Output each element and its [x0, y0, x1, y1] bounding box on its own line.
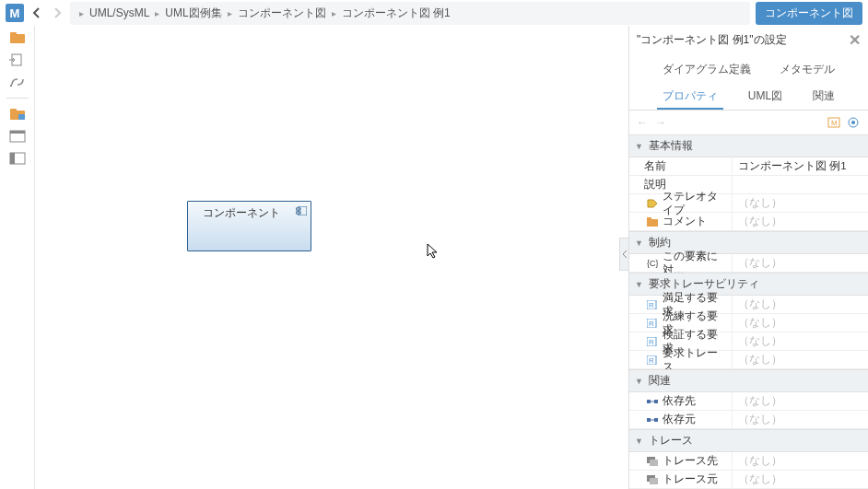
- tool-panel-icon[interactable]: [9, 130, 26, 143]
- prop-row-reqtrace[interactable]: R要求トレース （なし）: [629, 351, 868, 369]
- constraint-icon: {C}: [646, 258, 659, 269]
- tool-panel-alt-icon[interactable]: [9, 152, 26, 165]
- prop-value[interactable]: コンポーネント図 例1: [733, 157, 868, 175]
- chevron-right-icon: ▸: [155, 8, 159, 18]
- folder-icon: [646, 216, 659, 227]
- prop-row-comment[interactable]: コメント （なし）: [629, 213, 868, 231]
- prop-value[interactable]: （なし）: [733, 351, 868, 368]
- collapse-icon: ▼: [635, 239, 643, 248]
- prop-value[interactable]: （なし）: [733, 392, 868, 410]
- tool-import-icon[interactable]: [9, 53, 26, 66]
- component-icon: [296, 205, 307, 215]
- svg-rect-29: [654, 400, 658, 403]
- tool-link-icon[interactable]: [9, 76, 26, 88]
- svg-rect-1: [10, 32, 17, 36]
- tab-property[interactable]: プロパティ: [657, 85, 723, 110]
- panel-nav: ← → M: [629, 111, 868, 134]
- prop-value[interactable]: （なし）: [733, 296, 868, 313]
- breadcrumb-item[interactable]: コンポーネント図: [238, 6, 326, 21]
- section-trace-label: トレース: [649, 433, 693, 448]
- forward-button[interactable]: [50, 6, 65, 20]
- prop-label: 依存先: [629, 392, 733, 410]
- section-relation-label: 関連: [649, 373, 671, 389]
- chevron-right-icon: ▸: [228, 8, 232, 18]
- chevron-right-icon: ▸: [332, 8, 336, 18]
- target-icon[interactable]: [848, 117, 861, 128]
- breadcrumb-item[interactable]: コンポーネント図 例1: [342, 6, 451, 21]
- prop-row-trace-to[interactable]: トレース先 （なし）: [629, 452, 868, 471]
- section-trace[interactable]: ▼トレース: [629, 429, 868, 452]
- prop-row-constraint-elem[interactable]: {C}この要素に対… （なし）: [629, 254, 868, 273]
- svg-text:{C}: {C}: [647, 259, 658, 268]
- svg-text:M: M: [831, 119, 838, 127]
- app-logo[interactable]: M: [6, 4, 24, 22]
- dep-icon: [646, 396, 659, 407]
- topbar: M ▸ UML/SysML ▸ UML図例集 ▸ コンポーネント図 ▸ コンポー…: [0, 0, 868, 26]
- tab-metamodel[interactable]: メタモデル: [774, 58, 840, 81]
- diagram-type-badge[interactable]: コンポーネント図: [756, 2, 862, 25]
- prop-value[interactable]: （なし）: [733, 411, 868, 428]
- prop-value[interactable]: （なし）: [733, 332, 868, 350]
- prop-value[interactable]: （なし）: [733, 471, 868, 488]
- collapse-icon: ▼: [635, 377, 643, 386]
- tab-relation[interactable]: 関連: [807, 85, 840, 110]
- dep-icon: [646, 414, 659, 425]
- prop-value[interactable]: （なし）: [733, 452, 868, 470]
- prop-row-name[interactable]: 名前 コンポーネント図 例1: [629, 157, 868, 176]
- svg-rect-17: [647, 219, 658, 227]
- breadcrumb: ▸ UML/SysML ▸ UML図例集 ▸ コンポーネント図 ▸ コンポーネン…: [70, 2, 750, 25]
- svg-rect-18: [647, 217, 651, 220]
- close-icon[interactable]: ✕: [849, 31, 861, 49]
- breadcrumb-item[interactable]: UML/SysML: [89, 6, 149, 19]
- prop-value[interactable]: [733, 183, 868, 187]
- chevron-right-icon: ▸: [79, 8, 84, 18]
- svg-rect-35: [650, 460, 658, 466]
- tab-uml[interactable]: UML図: [743, 85, 788, 110]
- prop-label: トレース先: [629, 452, 733, 470]
- breadcrumb-item[interactable]: UML図例集: [165, 6, 221, 21]
- panel-tab-row-1: ダイアグラム定義 メタモデル: [629, 54, 868, 83]
- component-node[interactable]: コンポーネント: [187, 201, 311, 251]
- main-layout: コンポーネント "コンポーネント図 例1"の設定 ✕ ダイアグラム定義 メタモデ…: [0, 26, 868, 489]
- prop-value[interactable]: （なし）: [733, 254, 868, 272]
- properties-panel: "コンポーネント図 例1"の設定 ✕ ダイアグラム定義 メタモデル プロパティ …: [628, 26, 868, 489]
- prop-value[interactable]: （なし）: [733, 213, 868, 230]
- svg-rect-37: [650, 478, 658, 484]
- section-basic[interactable]: ▼基本情報: [629, 134, 868, 157]
- prop-row-dep-from[interactable]: 依存元 （なし）: [629, 411, 868, 429]
- svg-rect-9: [10, 153, 15, 164]
- prop-row-trace-from[interactable]: トレース元 （なし）: [629, 471, 868, 489]
- tag-icon: [646, 198, 659, 209]
- tool-folder-blue-icon[interactable]: [9, 108, 26, 121]
- svg-rect-31: [647, 418, 651, 422]
- back-button[interactable]: [29, 6, 44, 20]
- tool-folder-orange-icon[interactable]: [9, 31, 26, 44]
- prop-label: 依存元: [629, 411, 733, 428]
- section-relation[interactable]: ▼関連: [629, 369, 868, 392]
- prop-value[interactable]: （なし）: [733, 194, 868, 212]
- component-label: コンポーネント: [188, 205, 294, 221]
- svg-rect-5: [18, 114, 25, 120]
- svg-rect-32: [654, 418, 658, 422]
- trace-icon: [646, 474, 659, 485]
- divider: [6, 98, 29, 99]
- panel-back-icon[interactable]: ←: [637, 116, 648, 129]
- svg-rect-4: [10, 109, 17, 112]
- svg-rect-12: [296, 212, 300, 214]
- canvas[interactable]: コンポーネント: [35, 26, 628, 489]
- prop-row-dep-to[interactable]: 依存先 （なし）: [629, 392, 868, 411]
- req-icon: R: [646, 355, 659, 366]
- trace-icon: [646, 456, 659, 467]
- tab-diagram-def[interactable]: ダイアグラム定義: [657, 58, 757, 81]
- prop-value[interactable]: （なし）: [733, 314, 868, 332]
- prop-label: コメント: [629, 213, 733, 230]
- panel-title: "コンポーネント図 例1"の設定: [637, 32, 787, 48]
- panel-collapse-handle[interactable]: [619, 238, 628, 271]
- model-icon[interactable]: M: [827, 117, 840, 128]
- collapse-icon: ▼: [635, 280, 643, 289]
- cursor-icon: [427, 243, 440, 262]
- svg-point-16: [851, 121, 855, 124]
- prop-row-stereotype[interactable]: ステレオタイプ （なし）: [629, 194, 868, 213]
- panel-forward-icon[interactable]: →: [655, 116, 666, 129]
- collapse-icon: ▼: [635, 142, 643, 151]
